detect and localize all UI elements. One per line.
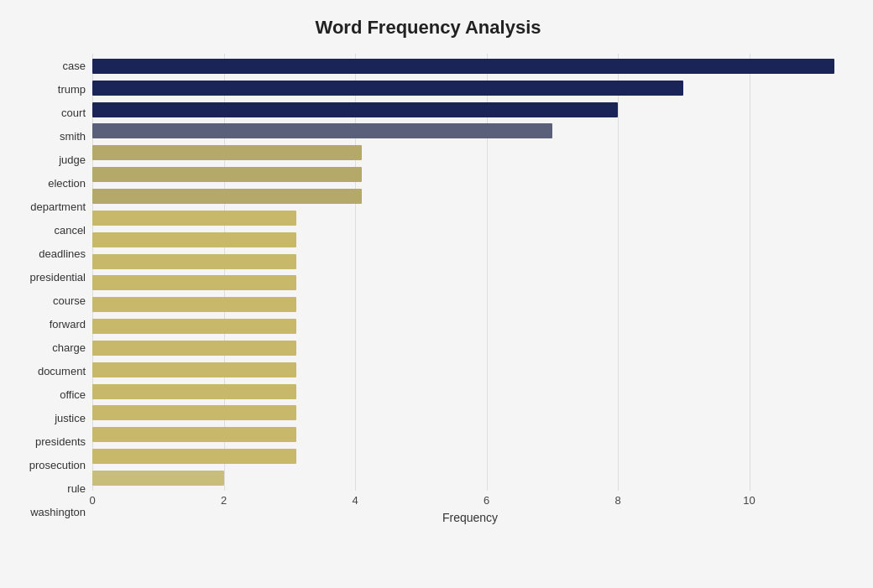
bar bbox=[92, 384, 296, 399]
bar bbox=[92, 59, 834, 74]
bars-area bbox=[92, 54, 848, 491]
y-label: office bbox=[60, 389, 86, 400]
y-label: trump bbox=[58, 84, 86, 95]
bar bbox=[92, 167, 362, 182]
y-label: case bbox=[63, 60, 86, 71]
bar-row bbox=[92, 339, 848, 357]
y-label: rule bbox=[67, 483, 86, 494]
bar bbox=[92, 362, 296, 377]
x-tick: 0 bbox=[89, 494, 95, 507]
bar bbox=[92, 102, 618, 117]
bar bbox=[92, 405, 296, 420]
bar-row bbox=[92, 425, 848, 444]
x-tick: 2 bbox=[221, 494, 227, 507]
y-label: course bbox=[53, 295, 86, 306]
bar-row bbox=[92, 382, 848, 401]
bars-and-xaxis: 0246810 Frequency bbox=[92, 54, 848, 524]
bar bbox=[92, 319, 296, 334]
x-tick: 8 bbox=[614, 494, 620, 507]
bar-row bbox=[92, 231, 848, 249]
bar bbox=[92, 232, 296, 247]
x-tick: 4 bbox=[352, 494, 358, 507]
bar bbox=[92, 275, 296, 290]
bar bbox=[92, 471, 224, 486]
bar bbox=[92, 254, 296, 269]
y-label: forward bbox=[50, 319, 86, 330]
y-label: department bbox=[30, 201, 86, 212]
y-label: election bbox=[48, 178, 86, 189]
bar bbox=[92, 427, 296, 442]
bars-wrapper bbox=[92, 54, 848, 491]
bar-row bbox=[92, 122, 848, 140]
bar-row bbox=[92, 165, 848, 184]
x-tick: 6 bbox=[484, 494, 489, 507]
y-label: justice bbox=[55, 413, 86, 424]
y-label: presidents bbox=[35, 436, 86, 447]
x-tick: 10 bbox=[743, 494, 755, 507]
bar-row bbox=[92, 187, 848, 206]
y-label: deadlines bbox=[39, 248, 86, 259]
bar-row bbox=[92, 317, 848, 336]
bar bbox=[92, 449, 296, 464]
bar-row bbox=[92, 143, 848, 162]
bar-row bbox=[92, 57, 848, 75]
y-label: charge bbox=[52, 342, 86, 353]
x-axis-label: Frequency bbox=[92, 511, 848, 524]
bar-row bbox=[92, 361, 848, 379]
bar bbox=[92, 81, 683, 96]
y-label: prosecution bbox=[29, 460, 86, 471]
y-label: judge bbox=[59, 154, 86, 165]
bar bbox=[92, 297, 296, 312]
bar-row bbox=[92, 252, 848, 271]
bar-row bbox=[92, 469, 848, 487]
chart-title: Word Frequency Analysis bbox=[8, 17, 848, 39]
chart-container: Word Frequency Analysis casetrumpcourtsm… bbox=[0, 0, 873, 588]
bar bbox=[92, 145, 362, 160]
bar-row bbox=[92, 209, 848, 227]
y-label: smith bbox=[60, 131, 86, 142]
y-label: court bbox=[61, 107, 86, 118]
bar bbox=[92, 189, 362, 204]
y-label: washington bbox=[30, 507, 86, 518]
bar bbox=[92, 211, 296, 226]
bar-row bbox=[92, 403, 848, 422]
bar-row bbox=[92, 79, 848, 97]
y-label: cancel bbox=[54, 225, 86, 236]
y-label: document bbox=[38, 366, 86, 377]
bar-row bbox=[92, 101, 848, 119]
bar-row bbox=[92, 295, 848, 314]
chart-area: casetrumpcourtsmithjudgeelectiondepartme… bbox=[8, 54, 848, 524]
x-axis: 0246810 bbox=[92, 491, 848, 507]
bar-row bbox=[92, 273, 848, 292]
y-label: presidential bbox=[30, 272, 86, 283]
bar-row bbox=[92, 447, 848, 466]
bar bbox=[92, 123, 552, 138]
bar bbox=[92, 341, 296, 356]
y-axis: casetrumpcourtsmithjudgeelectiondepartme… bbox=[8, 54, 92, 524]
